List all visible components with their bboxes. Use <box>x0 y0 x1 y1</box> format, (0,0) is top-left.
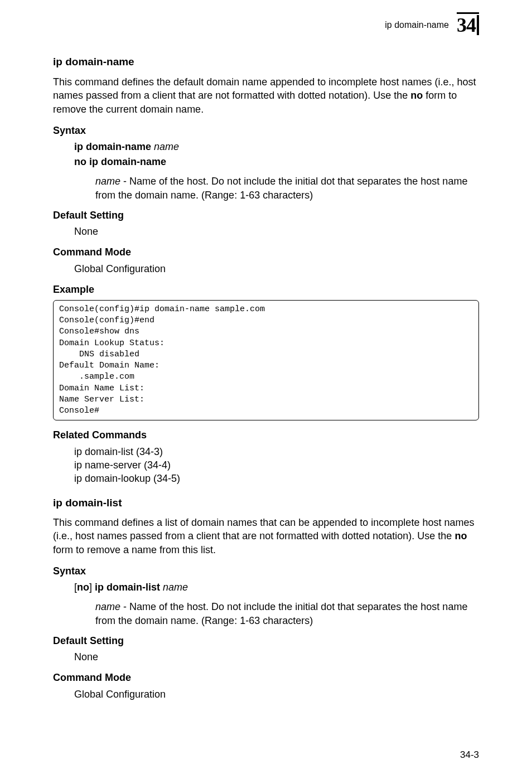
command-mode-value: Global Configuration <box>74 688 479 702</box>
section-title-ip-domain-name: ip domain-name <box>53 55 479 70</box>
related-item: ip name-server (34-4) <box>74 458 479 472</box>
command-mode-heading: Command Mode <box>53 245 479 259</box>
chapter-badge: 34 <box>457 11 479 39</box>
default-setting-heading: Default Setting <box>53 209 479 222</box>
related-item: ip domain-list (34-3) <box>74 445 479 458</box>
page-number: 34-3 <box>460 748 479 762</box>
desc-text: This command defines a list of domain na… <box>53 517 474 541</box>
syntax-heading: Syntax <box>53 124 479 138</box>
command-mode-value: Global Configuration <box>74 262 479 276</box>
chapter-bar-icon <box>477 15 479 35</box>
related-item: ip domain-lookup (34-5) <box>74 472 479 485</box>
syntax-cmd: ip domain-list <box>95 582 163 593</box>
syntax-heading: Syntax <box>53 564 479 578</box>
syntax-bracket-close: ] <box>89 582 95 593</box>
example-code-block: Console(config)#ip domain-name sample.co… <box>53 300 479 421</box>
param-description: name - Name of the host. Do not include … <box>95 175 479 202</box>
section2-description: This command defines a list of domain na… <box>53 516 479 557</box>
desc-bold-no: no <box>410 90 423 101</box>
param-text: - Name of the host. Do not include the i… <box>95 176 467 200</box>
syntax-line-1: ip domain-name name <box>74 140 479 154</box>
syntax-line-2: no ip domain-name <box>74 155 479 169</box>
running-head: ip domain-name <box>385 19 449 31</box>
related-commands-list: ip domain-list (34-3) ip name-server (34… <box>74 445 479 486</box>
param-name: name <box>95 176 120 187</box>
desc-text-post: form to remove a name from this list. <box>53 544 216 555</box>
syntax-arg: name <box>163 582 188 593</box>
default-setting-value: None <box>74 650 479 664</box>
page-header: ip domain-name 34 <box>53 11 479 39</box>
param-description: name - Name of the host. Do not include … <box>95 600 479 627</box>
syntax-cmd-no: no ip domain-name <box>74 156 166 167</box>
syntax-line: [no] ip domain-list name <box>74 580 479 594</box>
section-title-ip-domain-list: ip domain-list <box>53 496 479 511</box>
desc-bold-no: no <box>454 530 467 541</box>
default-setting-value: None <box>74 225 479 239</box>
default-setting-heading: Default Setting <box>53 634 479 648</box>
example-heading: Example <box>53 283 479 297</box>
param-name: name <box>95 601 120 612</box>
command-mode-heading: Command Mode <box>53 671 479 685</box>
related-commands-heading: Related Commands <box>53 428 479 442</box>
param-text: - Name of the host. Do not include the i… <box>95 601 467 626</box>
section1-description: This command defines the default domain … <box>53 75 479 116</box>
chapter-number: 34 <box>457 11 476 39</box>
syntax-no: no <box>77 582 89 593</box>
syntax-cmd: ip domain-name <box>74 141 154 152</box>
syntax-arg: name <box>154 141 179 152</box>
